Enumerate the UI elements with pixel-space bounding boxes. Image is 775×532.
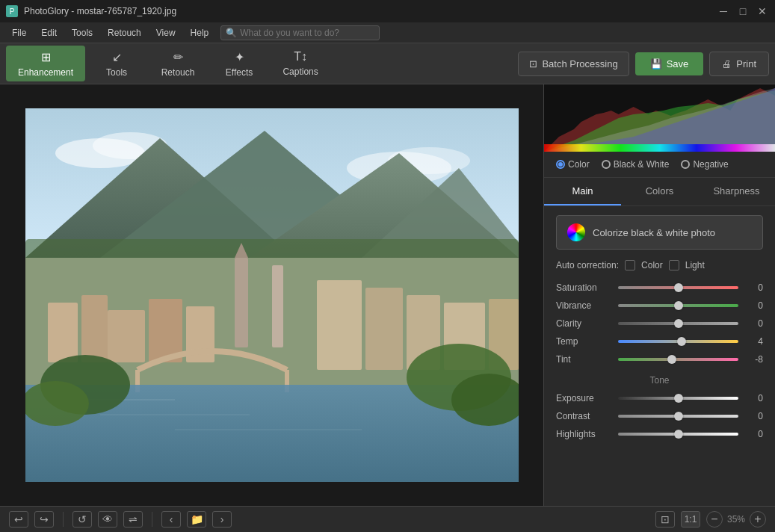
clarity-thumb[interactable] [674, 319, 683, 328]
toolbar-right: ⊡ Batch Processing 💾 Save 🖨 Print [518, 52, 769, 76]
title-bar: P PhotoGlory - mostar-765787_1920.jpg ─ … [0, 0, 775, 22]
saturation-value: 0 [744, 282, 763, 293]
zoom-out-button[interactable]: − [706, 511, 723, 528]
retouch-tool-button[interactable]: ✏ Retouch [148, 46, 208, 81]
tint-slider[interactable] [618, 358, 738, 361]
tint-label: Tint [556, 354, 612, 365]
tab-sharpness[interactable]: Sharpness [698, 178, 775, 205]
next-button[interactable]: › [212, 511, 232, 528]
highlights-value: 0 [744, 429, 763, 439]
zoom-in-button[interactable]: + [750, 511, 766, 528]
save-icon: 💾 [650, 58, 662, 69]
colorize-label: Colorize black & white photo [593, 227, 715, 238]
contrast-value: 0 [744, 411, 763, 421]
effects-tool-button[interactable]: ✦ Effects [209, 46, 269, 81]
minimize-button[interactable]: ─ [717, 4, 730, 18]
fit-icon: ⊡ [661, 513, 670, 525]
auto-color-toggle[interactable] [625, 260, 635, 270]
effects-label: Effects [226, 67, 253, 78]
enhancement-tool-button[interactable]: ⊞ Enhancement [6, 46, 85, 81]
highlights-thumb[interactable] [674, 430, 683, 439]
toolbar: ⊞ Enhancement ↙ Tools ✏ Retouch ✦ Effect… [0, 43, 775, 84]
saturation-slider[interactable] [618, 286, 738, 289]
zoom-percent-label: 35% [727, 514, 745, 525]
tint-thumb[interactable] [667, 355, 676, 364]
tone-section-title: Tone [556, 375, 763, 386]
contrast-slider[interactable] [618, 415, 738, 418]
search-input[interactable] [240, 28, 374, 38]
color-mode-section: Color Black & White Negative [544, 152, 775, 178]
maximize-button[interactable]: □ [736, 4, 750, 18]
menu-edit[interactable]: Edit [35, 26, 63, 40]
highlights-row: Highlights 0 [556, 429, 763, 439]
colorize-icon [567, 223, 585, 241]
batch-label: Batch Processing [542, 58, 617, 69]
color-radio-dot [558, 162, 563, 167]
close-button[interactable]: ✕ [756, 4, 769, 18]
eye-button[interactable]: 👁 [98, 511, 117, 528]
color-mode-negative[interactable]: Negative [681, 159, 728, 170]
vibrance-thumb[interactable] [674, 301, 683, 310]
temp-slider[interactable] [618, 340, 738, 343]
redo-button[interactable]: ↪ [34, 511, 54, 528]
exposure-slider[interactable] [618, 397, 738, 400]
ratio-button[interactable]: 1:1 [681, 511, 700, 528]
save-label: Save [667, 58, 689, 69]
histogram-svg [544, 84, 775, 152]
print-button[interactable]: 🖨 Print [709, 52, 769, 76]
color-mode-color[interactable]: Color [556, 159, 590, 170]
prev-button[interactable]: ‹ [161, 511, 181, 528]
main-layout: Color Black & White Negative Main Colors… [0, 84, 775, 506]
temp-row: Temp 4 [556, 336, 763, 347]
flip-icon: ⇌ [129, 513, 138, 525]
zoom-in-icon: + [754, 513, 761, 526]
contrast-label: Contrast [556, 411, 612, 421]
clarity-label: Clarity [556, 318, 612, 329]
enhancement-label: Enhancement [18, 67, 73, 78]
undo-button[interactable]: ↩ [9, 511, 28, 528]
color-mode-bw[interactable]: Black & White [602, 159, 670, 170]
auto-correction-row: Auto correction: Color Light [556, 260, 763, 270]
highlights-label: Highlights [556, 429, 612, 439]
highlights-slider[interactable] [618, 433, 738, 436]
title-bar-controls: ─ □ ✕ [717, 4, 769, 18]
menu-file[interactable]: File [6, 26, 32, 40]
folder-button[interactable]: 📁 [187, 511, 206, 528]
auto-light-toggle[interactable] [669, 260, 679, 270]
folder-icon: 📁 [191, 513, 203, 525]
tab-main[interactable]: Main [544, 178, 621, 205]
fit-button[interactable]: ⊡ [655, 511, 675, 528]
zoom-area: − 35% + [706, 511, 766, 528]
colorize-button[interactable]: Colorize black & white photo [556, 215, 763, 250]
divider-2 [152, 512, 152, 527]
menu-view[interactable]: View [150, 26, 182, 40]
zoom-out-icon: − [711, 513, 717, 526]
vibrance-row: Vibrance 0 [556, 300, 763, 311]
tint-row: Tint -8 [556, 354, 763, 365]
menu-tools[interactable]: Tools [66, 26, 99, 40]
contrast-thumb[interactable] [674, 412, 683, 421]
retouch-label: Retouch [161, 67, 195, 78]
vibrance-label: Vibrance [556, 300, 612, 311]
menu-retouch[interactable]: Retouch [102, 26, 147, 40]
search-box[interactable]: 🔍 [220, 25, 380, 40]
menu-help[interactable]: Help [185, 26, 215, 40]
captions-tool-button[interactable]: T↕ Captions [271, 46, 330, 81]
tab-colors[interactable]: Colors [621, 178, 698, 205]
reset-button[interactable]: ↺ [72, 511, 92, 528]
color-radio-circle [556, 160, 565, 169]
batch-processing-button[interactable]: ⊡ Batch Processing [518, 52, 629, 76]
clarity-slider[interactable] [618, 322, 738, 325]
color-mode-bw-label: Black & White [614, 159, 670, 170]
auto-color-label: Color [641, 260, 663, 270]
tools-tool-button[interactable]: ↙ Tools [87, 46, 146, 81]
image-canvas [25, 108, 519, 482]
flip-button[interactable]: ⇌ [123, 511, 143, 528]
exposure-thumb[interactable] [674, 394, 683, 403]
save-button[interactable]: 💾 Save [635, 52, 704, 75]
vibrance-slider[interactable] [618, 304, 738, 307]
auto-light-label: Light [685, 260, 705, 270]
enhancement-icon: ⊞ [41, 50, 51, 64]
saturation-thumb[interactable] [674, 283, 683, 292]
temp-thumb[interactable] [677, 337, 686, 346]
